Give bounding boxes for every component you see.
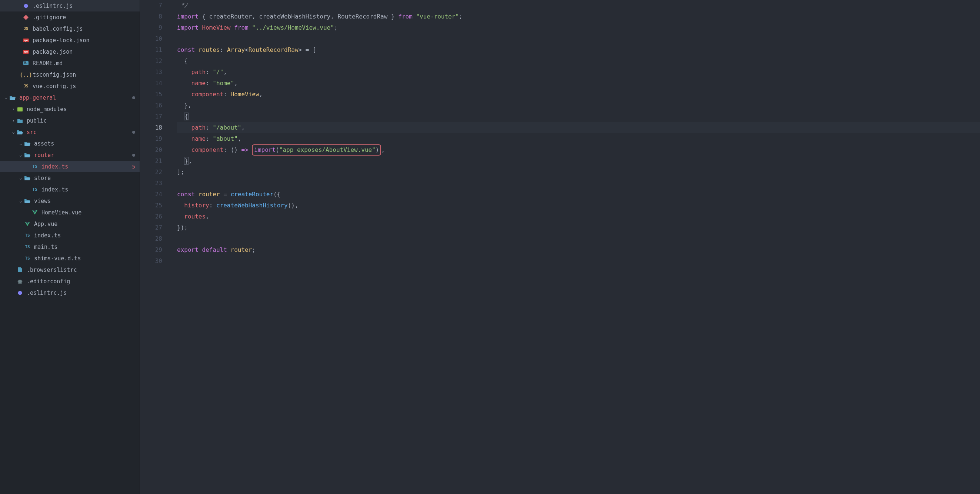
code-line[interactable]: const router = createRouter({ (177, 189, 980, 200)
tree-label: index.ts (34, 232, 61, 239)
code-line[interactable] (177, 233, 980, 245)
code-line[interactable]: }, (177, 100, 980, 111)
tree-item-tsconfig-json[interactable]: {..}tsconfig.json (0, 69, 140, 80)
tree-label: .gitignore (33, 14, 66, 21)
tree-label: vue.config.js (33, 83, 76, 90)
tree-item-index-ts[interactable]: TSindex.ts (0, 230, 140, 241)
tree-item-app-general[interactable]: ⌵app-general (0, 92, 140, 103)
code-line[interactable]: const routes: Array<RouteRecordRaw> = [ (177, 44, 980, 56)
code-line[interactable] (177, 33, 980, 44)
code-line[interactable]: name: "home", (177, 78, 980, 89)
code-editor[interactable]: 7891011121314151617181920212223242526272… (140, 0, 980, 494)
code-line[interactable]: export default router; (177, 245, 980, 256)
tree-item-package-lock-json[interactable]: npmpackage-lock.json (0, 35, 140, 46)
ts-icon: TS (24, 255, 31, 262)
code-line[interactable]: { (177, 111, 980, 122)
modified-dot-icon (132, 131, 135, 134)
line-number: 23 (140, 178, 162, 189)
js-icon: JS (22, 25, 30, 33)
tree-item-src[interactable]: ⌵src (0, 126, 140, 138)
code-line[interactable]: import HomeView from "../views/HomeView.… (177, 22, 980, 33)
line-number: 7 (140, 0, 162, 11)
tree-item-readme-md[interactable]: M↓README.md (0, 57, 140, 69)
svg-marker-2 (18, 291, 22, 295)
code-line[interactable]: name: "about", (177, 133, 980, 145)
code-line[interactable]: }, (177, 156, 980, 167)
code-line[interactable]: component: HomeView, (177, 89, 980, 100)
js-icon: JS (22, 83, 30, 90)
config-icon (16, 278, 24, 285)
code-line[interactable]: component: () => import("app_exposes/Abo… (177, 145, 980, 156)
line-number: 19 (140, 133, 162, 145)
tree-item-vue-config-js[interactable]: JSvue.config.js (0, 80, 140, 92)
tree-label: tsconfig.json (33, 71, 76, 78)
tree-item-index-ts[interactable]: TSindex.ts5 (0, 161, 140, 172)
line-number: 25 (140, 200, 162, 211)
tree-item-store[interactable]: ⌵store (0, 172, 140, 184)
tree-item-shims-vue-d-ts[interactable]: TSshims-vue.d.ts (0, 253, 140, 264)
tree-item--eslintrc-js[interactable]: .eslintrc.js (0, 287, 140, 299)
tree-item-router[interactable]: ⌵router (0, 149, 140, 161)
chevron-icon: ⌵ (18, 176, 24, 181)
folder-open-icon (24, 175, 31, 182)
tree-item-homeview-vue[interactable]: HomeView.vue (0, 206, 140, 218)
generic-icon (16, 266, 24, 274)
eslint-icon (16, 289, 24, 297)
tree-item-package-json[interactable]: npmpackage.json (0, 46, 140, 57)
code-content[interactable]: */import { createRouter, createWebHashHi… (170, 0, 980, 494)
tree-item--gitignore[interactable]: .gitignore (0, 11, 140, 23)
highlighted-code: import("app_exposes/AboutView.vue") (252, 145, 381, 156)
tree-label: babel.config.js (33, 25, 83, 32)
tree-label: app-general (19, 94, 56, 101)
code-line[interactable] (177, 256, 980, 267)
line-number: 18 (140, 122, 162, 133)
tree-item-public[interactable]: ›public (0, 115, 140, 126)
tree-label: index.ts (41, 186, 68, 193)
chevron-icon: ⌵ (18, 141, 24, 146)
code-line[interactable]: routes, (177, 211, 980, 222)
git-icon (22, 14, 30, 21)
code-line[interactable]: ]; (177, 167, 980, 178)
folder-open-icon (24, 151, 31, 159)
folder-open-icon (24, 140, 31, 148)
code-line[interactable]: { (177, 56, 980, 67)
line-number: 24 (140, 189, 162, 200)
tree-label: package.json (33, 49, 73, 55)
folder-icon (16, 117, 24, 124)
code-line[interactable]: history: createWebHashHistory(), (177, 200, 980, 211)
folder-open-icon (9, 94, 16, 102)
folder-open-icon (24, 197, 31, 205)
tree-item-babel-config-js[interactable]: JSbabel.config.js (0, 23, 140, 35)
line-number: 10 (140, 33, 162, 44)
file-explorer-sidebar[interactable]: .eslintrc.js.gitignoreJSbabel.config.jsn… (0, 0, 140, 494)
line-number: 15 (140, 89, 162, 100)
tree-item-index-ts[interactable]: TSindex.ts (0, 184, 140, 195)
line-number: 26 (140, 211, 162, 222)
tree-label: index.ts (41, 163, 68, 170)
line-number-gutter: 7891011121314151617181920212223242526272… (140, 0, 170, 494)
code-line[interactable]: }); (177, 222, 980, 233)
code-line[interactable]: path: "/about", (177, 122, 980, 133)
chevron-icon: › (10, 106, 16, 112)
line-number: 11 (140, 44, 162, 56)
tree-item-node-modules[interactable]: ›node_modules (0, 103, 140, 115)
tree-item-assets[interactable]: ⌵assets (0, 138, 140, 149)
code-line[interactable]: import { createRouter, createWebHashHist… (177, 11, 980, 22)
tree-item--eslintrc-js[interactable]: .eslintrc.js (0, 0, 140, 11)
line-number: 20 (140, 145, 162, 156)
chevron-icon: ⌵ (18, 199, 24, 204)
code-line[interactable] (177, 178, 980, 189)
vue-icon (31, 209, 38, 216)
line-number: 30 (140, 256, 162, 267)
code-line[interactable]: */ (177, 0, 980, 11)
tree-label: HomeView.vue (41, 209, 81, 216)
tree-label: assets (34, 140, 54, 147)
eslint-icon (22, 2, 30, 10)
tree-item-views[interactable]: ⌵views (0, 195, 140, 206)
tree-item--editorconfig[interactable]: .editorconfig (0, 275, 140, 287)
code-line[interactable]: path: "/", (177, 67, 980, 78)
tree-item-main-ts[interactable]: TSmain.ts (0, 241, 140, 253)
tree-item--browserslistrc[interactable]: .browserslistrc (0, 264, 140, 275)
tree-item-app-vue[interactable]: App.vue (0, 218, 140, 230)
tree-label: store (34, 175, 51, 181)
